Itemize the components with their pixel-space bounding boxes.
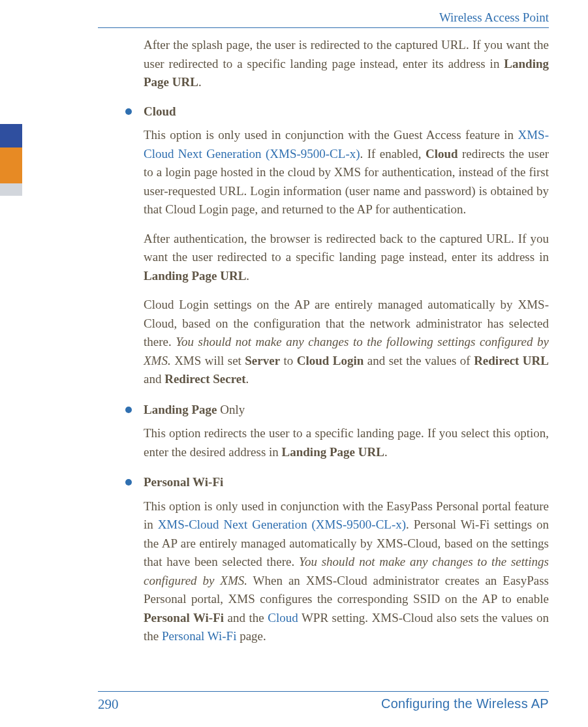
tab-segment-blue — [0, 124, 22, 147]
link-text[interactable]: Cloud — [268, 611, 298, 625]
bullet-heading: Personal Wi-Fi — [144, 473, 223, 492]
bold-text: Personal Wi-Fi — [144, 611, 224, 625]
footer-rule — [98, 691, 549, 692]
text-run: . — [246, 269, 249, 283]
list-item: CloudThis option is only used in conjunc… — [144, 102, 549, 389]
bullet-heading: Landing Page Only — [144, 401, 245, 420]
bullet-row: Landing Page Only — [144, 401, 549, 420]
page: Wireless Access Point After the splash p… — [0, 0, 588, 727]
list-item: Personal Wi-FiThis option is only used i… — [144, 473, 549, 646]
text-run: to — [280, 354, 297, 367]
tab-segment-orange — [0, 147, 22, 183]
bold-text: Cloud — [426, 147, 458, 161]
text-run: Only — [217, 403, 245, 416]
tab-segment-grey — [0, 183, 22, 196]
footer: 290 Configuring the Wireless AP — [98, 696, 549, 713]
paragraph: This option is only used in conjunction … — [144, 497, 549, 646]
text-run: page. — [236, 629, 266, 643]
bold-text: Landing Page URL — [282, 445, 384, 459]
running-header: Wireless Access Point — [439, 10, 549, 25]
text-run: and the — [224, 611, 268, 625]
header-rule — [98, 27, 549, 28]
link-text[interactable]: XMS-Cloud Next Generation (XMS-9500-CL-x… — [158, 518, 406, 531]
text-run: After authentication, the browser is red… — [144, 232, 549, 264]
bullet-icon — [125, 479, 132, 486]
paragraph: Cloud Login settings on the AP are entir… — [144, 296, 549, 389]
text-run: After the splash page, the user is redir… — [144, 38, 549, 70]
bold-text: Landing Page URL — [144, 269, 246, 283]
bold-text: Redirect URL — [474, 354, 549, 367]
bullet-row: Personal Wi-Fi — [144, 473, 549, 492]
intro-paragraph: After the splash page, the user is redir… — [144, 36, 549, 92]
paragraph: This option is only used in conjunction … — [144, 126, 549, 219]
link-text[interactable]: Personal Wi-Fi — [162, 629, 236, 643]
body-content: After the splash page, the user is redir… — [144, 36, 549, 675]
bold-text: Redirect Secret — [164, 372, 245, 386]
text-run: XMS will set — [171, 354, 245, 367]
text-run: . — [384, 445, 388, 459]
bullet-icon — [125, 108, 132, 115]
list-item: Landing Page OnlyThis option redirects t… — [144, 401, 549, 462]
text-run: and — [144, 372, 164, 386]
page-number: 290 — [98, 696, 119, 713]
text-run: and set the values of — [364, 354, 474, 367]
bold-text: Server — [245, 354, 280, 367]
bold-text: Cloud Login — [297, 354, 364, 367]
side-tab — [0, 124, 22, 196]
text-run: . — [246, 372, 249, 386]
text-run: Landing Page — [144, 403, 217, 416]
text-run: . If enabled, — [360, 147, 426, 161]
paragraph: After authentication, the browser is red… — [144, 230, 549, 286]
paragraph: This option redirects the user to a spec… — [144, 424, 549, 461]
bullet-heading: Cloud — [144, 102, 176, 121]
bullet-row: Cloud — [144, 102, 549, 121]
text-run: This option is only used in conjunction … — [144, 128, 518, 142]
footer-section-title: Configuring the Wireless AP — [381, 696, 549, 713]
text-run: . — [198, 75, 202, 89]
bullet-icon — [125, 407, 132, 413]
